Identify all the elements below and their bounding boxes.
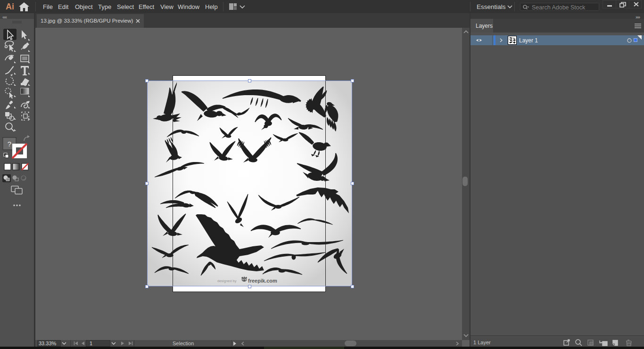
svg-text:?: ? xyxy=(8,140,11,148)
